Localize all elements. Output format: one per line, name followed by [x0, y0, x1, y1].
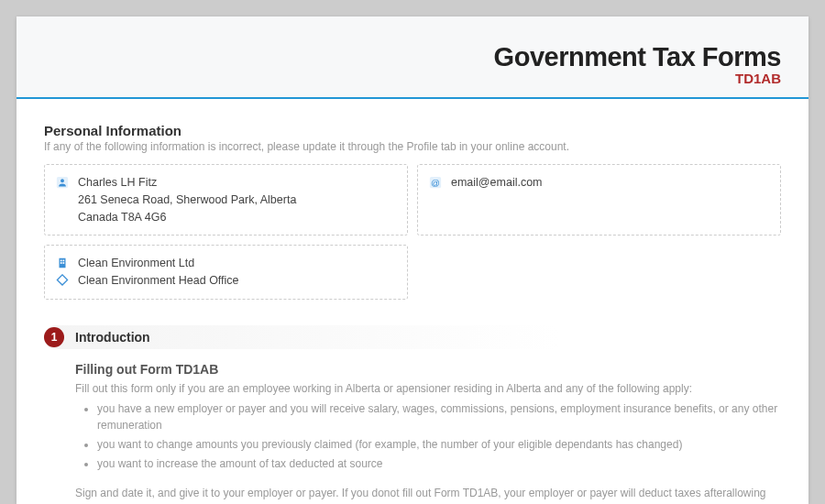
personal-heading: Personal Information — [44, 123, 781, 138]
intro-subtitle: Filling out Form TD1AB — [75, 362, 781, 377]
info-grid: Charles LH Fitz 261 Seneca Road, Sherwoo… — [44, 164, 781, 300]
identity-box: Charles LH Fitz 261 Seneca Road, Sherwoo… — [44, 164, 408, 236]
content-area: Personal Information If any of the follo… — [16, 99, 808, 504]
introduction-section: 1 Introduction Filling out Form TD1AB Fi… — [44, 325, 781, 504]
svg-point-1 — [60, 179, 64, 182]
svg-rect-7 — [60, 262, 62, 264]
svg-rect-5 — [60, 260, 62, 262]
bullet-item: you want to change amounts you previousl… — [97, 436, 781, 453]
svg-rect-4 — [60, 258, 66, 268]
intro-body: Filling out Form TD1AB Fill out this for… — [44, 349, 781, 504]
intro-lead: Fill out this form only if you are an em… — [75, 380, 781, 397]
email-value: email@email.com — [451, 174, 543, 192]
page-header: Government Tax Forms TD1AB — [16, 16, 808, 99]
header-subtitle: TD1AB — [44, 71, 781, 86]
office-row: Clean Environment Head Office — [56, 272, 396, 290]
header-title: Government Tax Forms — [44, 42, 781, 72]
address-line-2: Canada T8A 4G6 — [78, 209, 296, 226]
svg-rect-6 — [62, 260, 64, 262]
name-address-block: Charles LH Fitz 261 Seneca Road, Sherwoo… — [78, 174, 296, 225]
intro-bullets: you have a new employer or payer and you… — [75, 400, 781, 472]
step-badge: 1 — [44, 327, 64, 347]
address-line-1: 261 Seneca Road, Sherwood Park, Alberta — [78, 192, 296, 209]
at-sign-icon: @ — [429, 176, 442, 189]
bullet-item: you want to increase the amount of tax d… — [97, 455, 781, 472]
name-row: Charles LH Fitz 261 Seneca Road, Sherwoo… — [56, 174, 396, 225]
form-page: Government Tax Forms TD1AB Personal Info… — [16, 16, 808, 504]
company-box: Clean Environment Ltd Clean Environment … — [44, 245, 408, 300]
bullet-item: you have a new employer or payer and you… — [97, 400, 781, 433]
email-box: @ email@email.com — [417, 164, 781, 236]
office-name: Clean Environment Head Office — [78, 272, 239, 290]
intro-title: Introduction — [75, 325, 150, 349]
svg-text:@: @ — [431, 178, 440, 188]
company-row: Clean Environment Ltd — [56, 255, 396, 272]
intro-footer: Sign and date it, and give it to your em… — [75, 485, 781, 504]
diamond-icon — [56, 274, 69, 287]
svg-rect-9 — [57, 275, 67, 285]
personal-help: If any of the following information is i… — [44, 140, 781, 153]
person-name: Charles LH Fitz — [78, 174, 296, 192]
intro-header-row: 1 Introduction — [44, 325, 781, 349]
person-icon — [56, 176, 69, 189]
svg-rect-8 — [62, 262, 64, 264]
building-icon — [56, 257, 69, 269]
company-name: Clean Environment Ltd — [78, 255, 194, 272]
email-row: @ email@email.com — [429, 174, 769, 192]
